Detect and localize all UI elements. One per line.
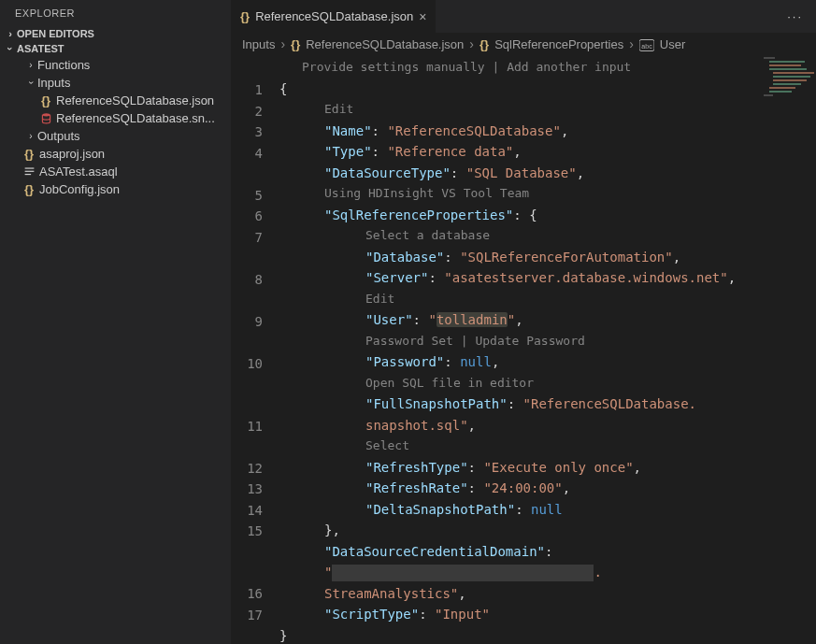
json-icon: {} [21, 147, 37, 161]
chevron-right-icon [469, 36, 474, 51]
svg-rect-1 [24, 167, 34, 168]
explorer-title: EXPLORER [0, 0, 231, 26]
codelens-hint[interactable]: Provide settings manually | Add another … [279, 57, 816, 79]
tab-bar: {} ReferenceSQLDatabase.json × ··· [231, 0, 816, 33]
chevron-right-icon: › [24, 60, 37, 70]
svg-point-0 [42, 113, 50, 116]
json-icon: {} [21, 182, 37, 196]
open-editors-section[interactable]: › OPEN EDITORS [0, 26, 231, 41]
svg-rect-3 [24, 174, 31, 175]
editor-pane: {} ReferenceSQLDatabase.json × ··· Input… [231, 0, 816, 644]
string-icon: abc [639, 36, 654, 50]
svg-rect-2 [24, 171, 34, 172]
file-icon [21, 165, 37, 178]
tree-folder-inputs[interactable]: › Inputs [4, 74, 231, 92]
breadcrumb-item[interactable]: ReferenceSQLDatabase.json [306, 37, 464, 51]
redacted-value [332, 565, 594, 581]
codelens-hint[interactable]: Select a database [279, 225, 816, 247]
svg-text:abc: abc [641, 42, 652, 49]
chevron-down-icon: › [26, 77, 36, 90]
json-icon: {} [37, 93, 54, 107]
line-gutter: 1 2 3 4 5 6 7 8 9 10 11 12 13 14 15 16 1… [231, 55, 279, 644]
minimap[interactable] [764, 57, 812, 96]
tree-file-reference-json[interactable]: {} ReferenceSQLDatabase.json [4, 92, 231, 109]
codelens-hint[interactable]: Password Set | Update Password [279, 331, 816, 352]
editor-tab-active[interactable]: {} ReferenceSQLDatabase.json × [231, 0, 437, 33]
project-section[interactable]: › ASATEST [0, 41, 231, 56]
chevron-right-icon: › [4, 28, 17, 39]
braces-icon: {} [480, 37, 489, 51]
tree-file-reference-sn[interactable]: ReferenceSQLDatabase.sn... [4, 109, 231, 127]
tree-file-jobconfig[interactable]: {} JobConfig.json [4, 180, 231, 198]
breadcrumb-item[interactable]: User [660, 37, 685, 51]
breadcrumb[interactable]: Inputs {} ReferenceSQLDatabase.json {} S… [231, 33, 816, 55]
database-icon [37, 112, 54, 124]
breadcrumb-item[interactable]: SqlReferenceProperties [494, 37, 623, 51]
tree-file-asatest[interactable]: ASATest.asaql [4, 163, 231, 180]
tree-folder-outputs[interactable]: › Outputs [4, 127, 231, 145]
breadcrumb-item[interactable]: Inputs [242, 37, 275, 51]
explorer-sidebar: EXPLORER › OPEN EDITORS › ASATEST › Func… [0, 0, 231, 644]
codelens-hint[interactable]: Edit [279, 289, 816, 310]
code-content[interactable]: Provide settings manually | Add another … [279, 55, 816, 644]
codelens-hint[interactable]: Using HDInsight VS Tool Team [279, 183, 816, 205]
close-icon[interactable]: × [419, 9, 426, 24]
tree-file-asaproj[interactable]: {} asaproj.json [4, 145, 231, 163]
json-icon: {} [240, 9, 250, 23]
codelens-hint[interactable]: Edit [279, 99, 816, 121]
chevron-right-icon: › [24, 131, 37, 141]
json-icon: {} [291, 37, 300, 51]
more-actions-icon[interactable]: ··· [774, 9, 816, 23]
chevron-right-icon [629, 36, 634, 51]
chevron-right-icon [280, 36, 285, 51]
code-editor[interactable]: 1 2 3 4 5 6 7 8 9 10 11 12 13 14 15 16 1… [231, 55, 816, 644]
file-tree: › Functions › Inputs {} ReferenceSQLData… [0, 56, 231, 198]
codelens-hint[interactable]: Open SQL file in editor [279, 373, 816, 394]
chevron-down-icon: › [5, 42, 16, 55]
tree-folder-functions[interactable]: › Functions [4, 56, 231, 74]
codelens-hint[interactable]: Select [279, 436, 816, 457]
